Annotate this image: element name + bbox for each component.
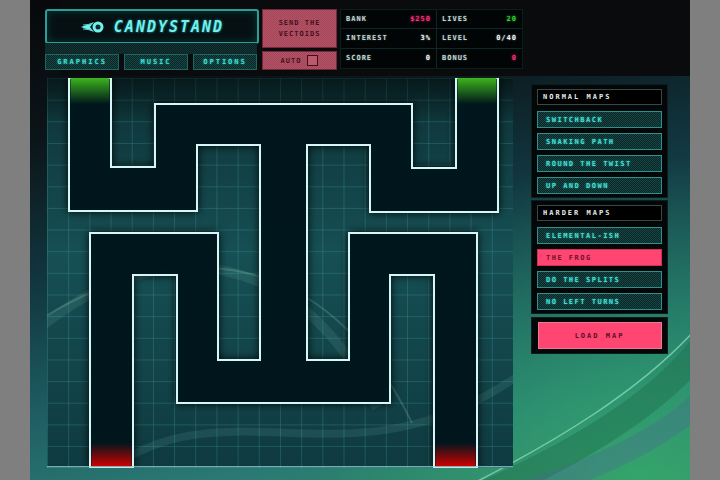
maze-canvas bbox=[47, 78, 513, 468]
interest-label: INTEREST bbox=[346, 34, 388, 42]
map-button-round-the-twist[interactable]: ROUND THE TWIST bbox=[537, 155, 662, 172]
page-background: CANDYSTAND GRAPHICS MUSIC OPTIONS SEND T… bbox=[0, 0, 720, 480]
normal-maps-header: NORMAL MAPS bbox=[537, 89, 662, 105]
map-button-the-frog[interactable]: THE FROG bbox=[537, 249, 662, 266]
interest-stat: INTEREST 3% bbox=[341, 29, 437, 48]
auto-label: AUTO bbox=[281, 57, 302, 65]
send-button-line1: SEND THE bbox=[279, 18, 321, 29]
comet-icon bbox=[80, 19, 110, 35]
map-button-elemental-ish[interactable]: ELEMENTAL-ISH bbox=[537, 227, 662, 244]
load-map-panel: LOAD MAP bbox=[531, 317, 668, 354]
map-button-no-left-turns[interactable]: NO LEFT TURNS bbox=[537, 293, 662, 310]
bonus-value: 0 bbox=[512, 54, 517, 62]
normal-maps-list: SWITCHBACKSNAKING PATHROUND THE TWISTUP … bbox=[537, 111, 662, 194]
maze-playfield bbox=[47, 78, 513, 468]
auto-checkbox[interactable] bbox=[307, 55, 318, 66]
interest-value: 3% bbox=[421, 34, 431, 42]
logo-text: CANDYSTAND bbox=[114, 18, 224, 36]
lives-stat: LIVES 20 bbox=[437, 10, 522, 29]
bank-value: $250 bbox=[410, 15, 431, 23]
map-button-do-the-splits[interactable]: DO THE SPLITS bbox=[537, 271, 662, 288]
harder-maps-header: HARDER MAPS bbox=[537, 205, 662, 221]
level-value: 0/40 bbox=[496, 34, 517, 42]
candystand-logo: CANDYSTAND bbox=[45, 9, 259, 44]
bonus-label: BONUS bbox=[442, 54, 468, 62]
lives-label: LIVES bbox=[442, 15, 468, 23]
music-button[interactable]: MUSIC bbox=[124, 54, 188, 70]
score-stat: SCORE 0 bbox=[341, 49, 437, 68]
score-label: SCORE bbox=[346, 54, 372, 62]
options-button[interactable]: OPTIONS bbox=[193, 54, 257, 70]
harder-maps-list: ELEMENTAL-ISHTHE FROGDO THE SPLITSNO LEF… bbox=[537, 227, 662, 310]
normal-maps-panel: NORMAL MAPS SWITCHBACKSNAKING PATHROUND … bbox=[531, 84, 668, 198]
graphics-button[interactable]: GRAPHICS bbox=[45, 54, 119, 70]
level-label: LEVEL bbox=[442, 34, 468, 42]
map-button-up-and-down[interactable]: UP AND DOWN bbox=[537, 177, 662, 194]
logo-divider-strip bbox=[45, 43, 257, 54]
auto-toggle-button[interactable]: AUTO bbox=[262, 51, 337, 70]
send-button-line2: VECTOIDS bbox=[279, 29, 321, 40]
load-map-button[interactable]: LOAD MAP bbox=[538, 322, 662, 349]
bank-stat: BANK $250 bbox=[341, 10, 437, 29]
map-button-switchback[interactable]: SWITCHBACK bbox=[537, 111, 662, 128]
lives-value: 20 bbox=[507, 15, 517, 23]
send-the-vectoids-button[interactable]: SEND THE VECTOIDS bbox=[262, 9, 337, 48]
bank-label: BANK bbox=[346, 15, 367, 23]
level-stat: LEVEL 0/40 bbox=[437, 29, 522, 48]
harder-maps-panel: HARDER MAPS ELEMENTAL-ISHTHE FROGDO THE … bbox=[531, 200, 668, 314]
stats-panel: BANK $250 LIVES 20 INTEREST 3% LEVEL 0/4… bbox=[340, 9, 523, 69]
score-value: 0 bbox=[426, 54, 431, 62]
bonus-stat: BONUS 0 bbox=[437, 49, 522, 68]
map-button-snaking-path[interactable]: SNAKING PATH bbox=[537, 133, 662, 150]
